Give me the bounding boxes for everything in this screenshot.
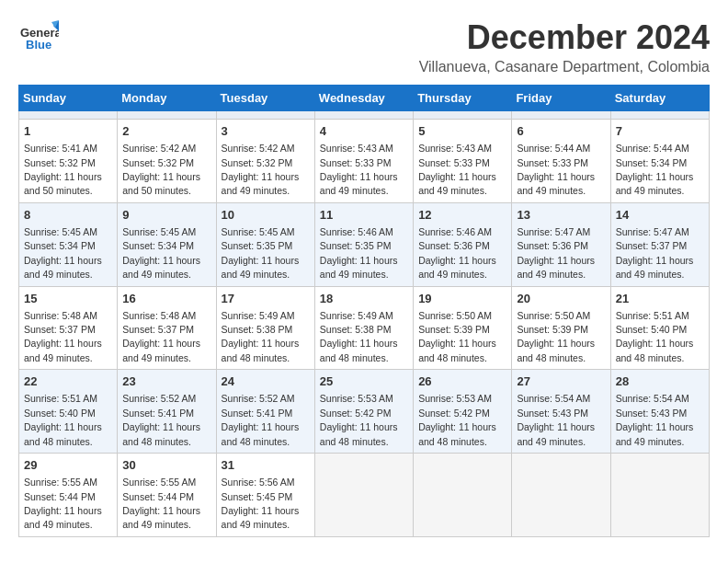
calendar-week-row: 8 Sunrise: 5:45 AMSunset: 5:34 PMDayligh… [19, 202, 710, 286]
day-info: Sunrise: 5:50 AMSunset: 5:39 PMDaylight:… [517, 310, 595, 363]
day-number: 17 [222, 291, 310, 307]
col-friday: Friday [512, 86, 610, 111]
day-number: 6 [517, 123, 605, 140]
day-number: 8 [24, 207, 112, 224]
day-info: Sunrise: 5:55 AMSunset: 5:44 PMDaylight:… [24, 477, 102, 530]
day-info: Sunrise: 5:52 AMSunset: 5:41 PMDaylight:… [122, 393, 200, 446]
day-number: 28 [616, 373, 704, 390]
day-number: 23 [122, 373, 210, 390]
table-row [512, 111, 610, 120]
day-number: 2 [122, 123, 210, 140]
table-row [610, 111, 709, 120]
table-row: 11 Sunrise: 5:46 AMSunset: 5:35 PMDaylig… [314, 202, 413, 286]
day-number: 21 [616, 291, 704, 307]
col-monday: Monday [118, 86, 216, 111]
day-number: 1 [24, 123, 112, 140]
day-info: Sunrise: 5:48 AMSunset: 5:37 PMDaylight:… [122, 310, 200, 363]
header: General Blue December 2024 Villanueva, C… [18, 18, 710, 75]
table-row [314, 454, 413, 537]
table-row: 27 Sunrise: 5:54 AMSunset: 5:43 PMDaylig… [512, 370, 610, 454]
day-info: Sunrise: 5:42 AMSunset: 5:32 PMDaylight:… [222, 143, 300, 196]
day-number: 29 [24, 457, 112, 474]
day-number: 9 [122, 207, 210, 224]
day-number: 25 [320, 373, 408, 390]
day-number: 7 [616, 123, 704, 140]
day-info: Sunrise: 5:53 AMSunset: 5:42 PMDaylight:… [320, 393, 398, 446]
table-row: 9 Sunrise: 5:45 AMSunset: 5:34 PMDayligh… [118, 202, 216, 286]
table-row [19, 111, 118, 120]
table-row: 14 Sunrise: 5:47 AMSunset: 5:37 PMDaylig… [610, 202, 709, 286]
day-info: Sunrise: 5:45 AMSunset: 5:34 PMDaylight:… [122, 226, 200, 280]
table-row: 18 Sunrise: 5:49 AMSunset: 5:38 PMDaylig… [314, 286, 413, 370]
table-row: 24 Sunrise: 5:52 AMSunset: 5:41 PMDaylig… [216, 370, 314, 454]
table-row: 15 Sunrise: 5:48 AMSunset: 5:37 PMDaylig… [19, 286, 118, 370]
day-number: 5 [418, 123, 506, 140]
table-row: 10 Sunrise: 5:45 AMSunset: 5:35 PMDaylig… [216, 202, 314, 286]
calendar-header-row: Sunday Monday Tuesday Wednesday Thursday… [19, 86, 710, 111]
day-info: Sunrise: 5:49 AMSunset: 5:38 PMDaylight:… [320, 310, 398, 363]
day-number: 31 [222, 457, 310, 474]
table-row: 2 Sunrise: 5:42 AMSunset: 5:32 PMDayligh… [118, 120, 216, 203]
col-wednesday: Wednesday [314, 86, 413, 111]
table-row [512, 454, 610, 537]
day-info: Sunrise: 5:55 AMSunset: 5:44 PMDaylight:… [122, 477, 200, 530]
table-row: 25 Sunrise: 5:53 AMSunset: 5:42 PMDaylig… [314, 370, 413, 454]
table-row: 19 Sunrise: 5:50 AMSunset: 5:39 PMDaylig… [414, 286, 512, 370]
table-row [118, 111, 216, 120]
day-number: 15 [24, 291, 112, 307]
day-number: 30 [122, 457, 210, 474]
table-row: 7 Sunrise: 5:44 AMSunset: 5:34 PMDayligh… [610, 120, 709, 203]
table-row: 4 Sunrise: 5:43 AMSunset: 5:33 PMDayligh… [314, 120, 413, 203]
calendar-week-row: 29 Sunrise: 5:55 AMSunset: 5:44 PMDaylig… [19, 454, 710, 537]
day-number: 16 [122, 291, 210, 307]
day-info: Sunrise: 5:54 AMSunset: 5:43 PMDaylight:… [517, 393, 595, 446]
month-title: December 2024 [419, 18, 710, 57]
table-row: 30 Sunrise: 5:55 AMSunset: 5:44 PMDaylig… [118, 454, 216, 537]
day-number: 27 [517, 373, 605, 390]
logo: General Blue [18, 18, 59, 59]
table-row: 31 Sunrise: 5:56 AMSunset: 5:45 PMDaylig… [216, 454, 314, 537]
day-info: Sunrise: 5:42 AMSunset: 5:32 PMDaylight:… [122, 143, 200, 196]
day-number: 3 [222, 123, 310, 140]
day-info: Sunrise: 5:43 AMSunset: 5:33 PMDaylight:… [320, 143, 398, 196]
table-row [414, 454, 512, 537]
day-number: 24 [222, 373, 310, 390]
col-thursday: Thursday [414, 86, 512, 111]
day-info: Sunrise: 5:51 AMSunset: 5:40 PMDaylight:… [24, 393, 102, 446]
day-number: 26 [418, 373, 506, 390]
day-info: Sunrise: 5:47 AMSunset: 5:36 PMDaylight:… [517, 226, 595, 280]
table-row: 6 Sunrise: 5:44 AMSunset: 5:33 PMDayligh… [512, 120, 610, 203]
day-info: Sunrise: 5:46 AMSunset: 5:36 PMDaylight:… [418, 226, 496, 280]
col-tuesday: Tuesday [216, 86, 314, 111]
table-row: 12 Sunrise: 5:46 AMSunset: 5:36 PMDaylig… [414, 202, 512, 286]
col-sunday: Sunday [19, 86, 118, 111]
table-row: 3 Sunrise: 5:42 AMSunset: 5:32 PMDayligh… [216, 120, 314, 203]
title-section: December 2024 Villanueva, Casanare Depar… [419, 18, 710, 75]
day-number: 20 [517, 291, 605, 307]
table-row: 1 Sunrise: 5:41 AMSunset: 5:32 PMDayligh… [19, 120, 118, 203]
day-info: Sunrise: 5:49 AMSunset: 5:38 PMDaylight:… [222, 310, 300, 363]
day-info: Sunrise: 5:48 AMSunset: 5:37 PMDaylight:… [24, 310, 102, 363]
day-info: Sunrise: 5:47 AMSunset: 5:37 PMDaylight:… [616, 226, 694, 280]
day-number: 22 [24, 373, 112, 390]
day-info: Sunrise: 5:45 AMSunset: 5:35 PMDaylight:… [222, 226, 300, 280]
calendar-week-row: 1 Sunrise: 5:41 AMSunset: 5:32 PMDayligh… [19, 120, 710, 203]
table-row: 23 Sunrise: 5:52 AMSunset: 5:41 PMDaylig… [118, 370, 216, 454]
table-row: 13 Sunrise: 5:47 AMSunset: 5:36 PMDaylig… [512, 202, 610, 286]
day-number: 13 [517, 207, 605, 224]
table-row: 22 Sunrise: 5:51 AMSunset: 5:40 PMDaylig… [19, 370, 118, 454]
calendar-week-row: 15 Sunrise: 5:48 AMSunset: 5:37 PMDaylig… [19, 286, 710, 370]
table-row [216, 111, 314, 120]
day-number: 18 [320, 291, 408, 307]
day-number: 14 [616, 207, 704, 224]
day-number: 4 [320, 123, 408, 140]
col-saturday: Saturday [610, 86, 709, 111]
table-row [414, 111, 512, 120]
table-row: 21 Sunrise: 5:51 AMSunset: 5:40 PMDaylig… [610, 286, 709, 370]
day-number: 19 [418, 291, 506, 307]
table-row: 16 Sunrise: 5:48 AMSunset: 5:37 PMDaylig… [118, 286, 216, 370]
table-row: 20 Sunrise: 5:50 AMSunset: 5:39 PMDaylig… [512, 286, 610, 370]
day-number: 12 [418, 207, 506, 224]
day-number: 10 [222, 207, 310, 224]
calendar-table: Sunday Monday Tuesday Wednesday Thursday… [18, 85, 710, 537]
